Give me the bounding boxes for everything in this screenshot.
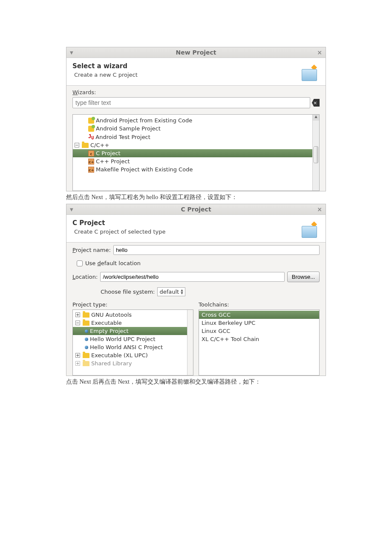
project-bullet-icon — [85, 346, 88, 349]
list-item-hello-ansi[interactable]: Hello World ANSI C Project — [73, 343, 187, 351]
wizards-label: Wizards: — [72, 89, 320, 95]
list-item-linux-berkeley[interactable]: Linux Berkeley UPC — [199, 319, 319, 327]
location-input[interactable] — [100, 272, 284, 282]
list-item-linux-gcc[interactable]: Linux GCC — [199, 327, 319, 335]
wizard-icon: ◆ — [298, 219, 320, 238]
use-default-checkbox[interactable] — [77, 260, 83, 266]
tree-item-cpp-project[interactable]: c+ C++ Project — [73, 157, 312, 165]
folder-icon — [82, 143, 89, 148]
toolchains-list: Cross GCC Linux Berkeley UPC Linux GCC X… — [199, 309, 320, 376]
titlebar: ▼ C Project × — [66, 204, 326, 215]
c-project-dialog: ▼ C Project × C Project Create C project… — [66, 204, 326, 376]
clear-filter-icon[interactable]: × — [312, 99, 320, 107]
list-item-label: Shared Library — [91, 360, 132, 367]
tree-item-label: C Project — [96, 150, 121, 156]
filesystem-select[interactable]: default ▲▼ — [157, 287, 185, 296]
instruction-text-1: 然后点击 Next，填写工程名为 hello 和设置工程路径，设置如下： — [66, 194, 326, 201]
expand-icon[interactable]: + — [75, 312, 80, 317]
tree-item-c-project[interactable]: c C Project — [73, 149, 312, 157]
choose-fs-label: Choose file system: — [101, 289, 155, 295]
close-icon[interactable]: × — [317, 49, 322, 56]
list-item-xl-toolchain[interactable]: XL C/C++ Tool Chain — [199, 335, 319, 343]
instruction-text-2: 点击 Next 后再点击 Next，填写交叉编译器前缀和交叉编译器路径，如下： — [66, 378, 326, 386]
browse-button[interactable]: Browse... — [287, 272, 320, 282]
project-name-input[interactable] — [113, 245, 320, 255]
project-name-label: Project name: — [72, 247, 111, 253]
use-default-label: Use default location — [85, 260, 141, 266]
list-item-label: Executable (XL UPC) — [91, 352, 148, 358]
folder-icon — [83, 353, 89, 358]
project-bullet-icon — [85, 330, 88, 333]
list-item-label: GNU Autotools — [91, 312, 132, 318]
wizard-icon: ◆ — [298, 62, 320, 81]
tree-item-android-sample[interactable]: Android Sample Project — [73, 124, 312, 133]
filter-input[interactable] — [72, 97, 310, 108]
scroll-up-icon[interactable]: ▲ — [313, 115, 319, 121]
c-project-icon: c — [88, 150, 94, 156]
list-item-label: Executable — [91, 320, 122, 326]
scrollbar[interactable]: ▲ — [312, 115, 319, 191]
list-item-label: Linux Berkeley UPC — [202, 320, 255, 326]
window-title: C Project — [70, 206, 322, 213]
folder-icon — [83, 312, 89, 318]
list-item-label: Hello World UPC Project — [90, 336, 156, 342]
android-project-icon — [88, 126, 94, 132]
list-item-label: Linux GCC — [202, 328, 230, 334]
window-title: New Project — [70, 49, 322, 56]
new-project-dialog: ▼ New Project × Select a wizard Create a… — [66, 47, 326, 191]
tree-item-label: Android Test Project — [95, 134, 150, 140]
banner-subtitle: Create C project of selected type — [74, 228, 298, 235]
list-item-hello-upc[interactable]: Hello World UPC Project — [73, 335, 187, 343]
list-item-cross-gcc[interactable]: Cross GCC — [199, 311, 319, 319]
makefile-project-icon: c+ — [88, 167, 94, 173]
list-item-label: XL C/C++ Tool Chain — [202, 336, 259, 342]
tree-item-android-existing[interactable]: Android Project from Existing Code — [73, 116, 312, 124]
titlebar: ▼ New Project × — [66, 47, 326, 58]
window-menu-icon[interactable]: ▼ — [70, 207, 73, 212]
tree-item-label: Makefile Project with Existing Code — [96, 166, 193, 173]
tree-item-label: C++ Project — [96, 158, 130, 165]
wizard-banner: C Project Create C project of selected t… — [66, 215, 326, 243]
toolchains-label: Toolchains: — [199, 301, 320, 308]
list-item-label: Hello World ANSI C Project — [90, 344, 163, 350]
list-item-label: Cross GCC — [202, 312, 231, 318]
project-bullet-icon — [85, 338, 88, 341]
list-item-executable[interactable]: − Executable — [73, 319, 187, 327]
window-menu-icon[interactable]: ▼ — [70, 50, 73, 55]
folder-icon — [83, 361, 89, 366]
tree-item-label: C/C++ — [90, 142, 109, 148]
cpp-project-icon: c+ — [88, 159, 94, 165]
close-icon[interactable]: × — [317, 206, 322, 213]
list-item-shared-library[interactable]: + Shared Library — [73, 359, 187, 367]
scrollbar[interactable] — [187, 310, 193, 375]
list-item-label: Empty Project — [90, 328, 129, 334]
list-item-gnu-autotools[interactable]: + GNU Autotools — [73, 311, 187, 319]
project-type-list: + GNU Autotools − Executable Empty Proje… — [72, 309, 193, 376]
tree-item-cc-folder[interactable]: − C/C++ — [73, 141, 312, 149]
junit-icon: JU — [88, 133, 94, 140]
filesystem-value: default — [159, 289, 179, 295]
banner-title: Select a wizard — [72, 62, 298, 70]
wizard-tree: Android Project from Existing Code Andro… — [72, 114, 320, 191]
scroll-thumb[interactable] — [314, 146, 318, 163]
tree-item-label: Android Project from Existing Code — [96, 117, 192, 124]
android-project-icon — [88, 118, 94, 124]
location-label: Location: — [72, 274, 98, 280]
banner-subtitle: Create a new C project — [74, 72, 298, 78]
expand-icon[interactable]: + — [75, 353, 80, 358]
collapse-icon[interactable]: − — [75, 143, 79, 147]
tree-item-android-test[interactable]: JU Android Test Project — [73, 133, 312, 141]
tree-item-label: Android Sample Project — [96, 125, 161, 132]
folder-icon — [83, 321, 89, 326]
list-item-executable-xl[interactable]: + Executable (XL UPC) — [73, 351, 187, 359]
expand-icon[interactable]: + — [75, 361, 80, 366]
banner-title: C Project — [72, 219, 298, 227]
project-type-label: Project type: — [72, 301, 193, 308]
tree-item-makefile[interactable]: c+ Makefile Project with Existing Code — [73, 165, 312, 173]
collapse-icon[interactable]: − — [75, 321, 80, 325]
wizard-banner: Select a wizard Create a new C project ◆ — [66, 58, 326, 86]
list-item-empty-project[interactable]: Empty Project — [73, 327, 187, 335]
spinner-icon: ▲▼ — [181, 289, 183, 295]
